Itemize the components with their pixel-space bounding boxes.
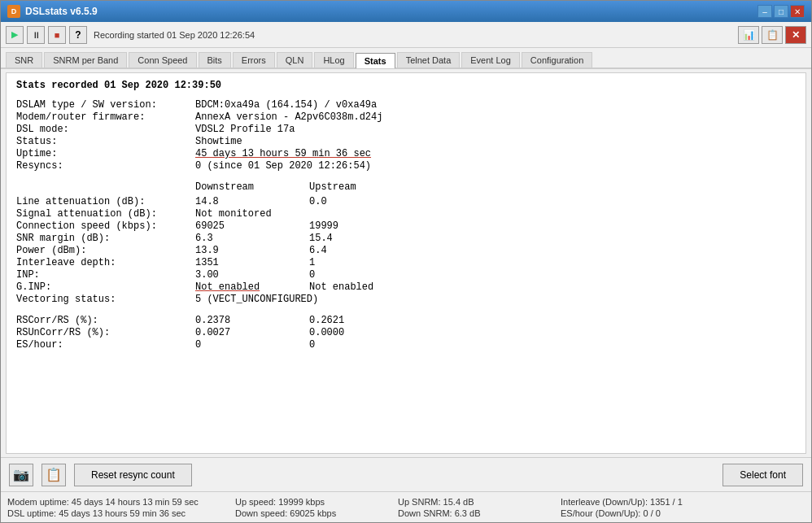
recording-text: Recording started 01 Sep 2020 12:26:54	[94, 30, 255, 40]
col-upstream-header: Upstream	[309, 181, 407, 193]
tab-errors[interactable]: Errors	[233, 52, 275, 68]
vectoring-row: Vectoring status: 5 (VECT_UNCONFIGURED)	[16, 294, 796, 305]
line-atten-label: Line attenuation (dB):	[16, 196, 195, 207]
pause-button[interactable]: ⏸	[27, 26, 45, 44]
main-content: Stats recorded 01 Sep 2020 12:39:50 DSLA…	[1, 69, 811, 491]
snr-margin-us: 15.4	[309, 233, 407, 244]
uptime-label: Uptime:	[16, 148, 195, 159]
conn-speed-label: Connection speed (kbps):	[16, 220, 195, 232]
help-button[interactable]: ?	[69, 26, 87, 44]
spacer	[16, 306, 796, 314]
resyncs-label: Resyncs:	[16, 160, 195, 172]
sig-atten-ds: Not monitored	[195, 208, 309, 220]
power-us: 6.4	[309, 245, 407, 256]
status-row: Status: Showtime	[16, 136, 796, 147]
sig-atten-label: Signal attenuation (dB):	[16, 208, 195, 220]
dslam-value: BDCM:0xa49a (164.154) / v0xa49a	[195, 99, 377, 111]
tab-conn-speed[interactable]: Conn Speed	[129, 52, 196, 68]
dslam-label: DSLAM type / SW version:	[16, 99, 195, 111]
title-bar: D DSLstats v6.5.9 – □ ✕	[1, 1, 811, 22]
snr-margin-label: SNR margin (dB):	[16, 233, 195, 244]
reset-resync-button[interactable]: Reset resync count	[74, 464, 192, 486]
inp-us: 0	[309, 269, 407, 281]
es-hour-label: ES/hour:	[16, 339, 195, 351]
rscorr-us: 0.2621	[309, 315, 407, 326]
col-downstream-header: Downstream	[195, 181, 309, 193]
interleave-text: Interleave (Down/Up): 1351 / 1	[561, 497, 683, 507]
ginp-row: G.INP: Not enabled Not enabled	[16, 281, 796, 293]
toolbar: ▶ ⏸ ■ ? Recording started 01 Sep 2020 12…	[1, 22, 811, 48]
dsl-uptime-text: DSL uptime: 45 days 13 hours 59 min 36 s…	[7, 508, 235, 518]
inp-label: INP:	[16, 269, 195, 281]
tab-event-log[interactable]: Event Log	[461, 52, 520, 68]
tab-stats[interactable]: Stats	[356, 53, 395, 68]
snr-margin-ds: 6.3	[195, 233, 309, 244]
snr-margin-row: SNR margin (dB): 6.3 15.4	[16, 233, 796, 244]
chart-button[interactable]: 📊	[738, 26, 759, 44]
rscorr-ds: 0.2378	[195, 315, 309, 326]
inp-row: INP: 3.00 0	[16, 269, 796, 281]
camera-button[interactable]: 📷	[9, 464, 33, 486]
column-headers: Downstream Upstream	[16, 181, 796, 193]
power-row: Power (dBm): 13.9 6.4	[16, 245, 796, 256]
stats-header: Stats recorded 01 Sep 2020 12:39:50	[16, 80, 796, 91]
close-button[interactable]: ✕	[790, 5, 805, 18]
status-mid2: Up SNRM: 15.4 dB Down SNRM: 6.3 dB	[398, 497, 561, 518]
status-right: Interleave (Down/Up): 1351 / 1 ES/hour (…	[561, 497, 683, 518]
es-hour-ds: 0	[195, 339, 309, 351]
stats-area[interactable]: Stats recorded 01 Sep 2020 12:39:50 DSLA…	[6, 72, 806, 454]
conn-speed-us: 19999	[309, 220, 407, 232]
es-hour-us: 0	[309, 339, 407, 351]
dsl-mode-label: DSL mode:	[16, 124, 195, 135]
ginp-ds: Not enabled	[195, 281, 309, 293]
copy-button[interactable]: 📋	[762, 26, 783, 44]
app-icon: D	[7, 5, 20, 18]
tab-telnet-data[interactable]: Telnet Data	[397, 52, 461, 68]
exit-button[interactable]: ✕	[785, 26, 806, 44]
tab-hlog[interactable]: HLog	[314, 52, 353, 68]
rsuncorr-row: RSUnCorr/RS (%): 0.0027 0.0000	[16, 327, 796, 338]
power-label: Power (dBm):	[16, 245, 195, 256]
dslam-row: DSLAM type / SW version: BDCM:0xa49a (16…	[16, 99, 796, 111]
es-hour-row: ES/hour: 0 0	[16, 339, 796, 351]
ginp-us: Not enabled	[309, 281, 407, 293]
rscorr-label: RSCorr/RS (%):	[16, 315, 195, 326]
up-snrm-text: Up SNRM: 15.4 dB	[398, 497, 561, 507]
maximize-button[interactable]: □	[774, 5, 788, 18]
tab-snr[interactable]: SNR	[6, 52, 42, 68]
select-font-button[interactable]: Select font	[723, 464, 803, 486]
bottom-toolbar: 📷 📋 Reset resync count Select font	[1, 457, 811, 491]
resyncs-value: 0 (since 01 Sep 2020 12:26:54)	[195, 160, 371, 172]
interleave-label: Interleave depth:	[16, 257, 195, 268]
firmware-label: Modem/router firmware:	[16, 111, 195, 123]
up-speed-text: Up speed: 19999 kbps	[235, 497, 398, 507]
uptime-row: Uptime: 45 days 13 hours 59 min 36 sec	[16, 148, 796, 159]
rsuncorr-label: RSUnCorr/RS (%):	[16, 327, 195, 338]
window-title: DSLstats v6.5.9	[25, 6, 98, 17]
window-controls: – □ ✕	[757, 5, 805, 18]
line-atten-ds: 14.8	[195, 196, 309, 207]
title-bar-left: D DSLstats v6.5.9	[7, 5, 98, 18]
down-speed-text: Down speed: 69025 kbps	[235, 508, 398, 518]
power-ds: 13.9	[195, 245, 309, 256]
conn-speed-row: Connection speed (kbps): 69025 19999	[16, 220, 796, 232]
dsl-mode-row: DSL mode: VDSL2 Profile 17a	[16, 124, 796, 135]
dsl-mode-value: VDSL2 Profile 17a	[195, 124, 295, 135]
clipboard-button[interactable]: 📋	[41, 464, 66, 486]
main-window: D DSLstats v6.5.9 – □ ✕ ▶ ⏸ ■ ? Recordin…	[0, 0, 812, 523]
tab-configuration[interactable]: Configuration	[522, 52, 592, 68]
tab-qln[interactable]: QLN	[277, 52, 313, 68]
tab-snrm-per-band[interactable]: SNRM per Band	[44, 52, 127, 68]
uptime-value: 45 days 13 hours 59 min 36 sec	[195, 148, 371, 159]
es-hour-status-text: ES/hour (Down/Up): 0 / 0	[561, 508, 683, 518]
line-atten-us: 0.0	[309, 196, 407, 207]
inp-ds: 3.00	[195, 269, 309, 281]
interleave-ds: 1351	[195, 257, 309, 268]
minimize-button[interactable]: –	[757, 5, 772, 18]
stop-button[interactable]: ■	[48, 26, 66, 44]
play-button[interactable]: ▶	[6, 26, 24, 44]
tab-bits[interactable]: Bits	[199, 52, 231, 68]
status-label: Status:	[16, 136, 195, 147]
tabs-bar: SNR SNRM per Band Conn Speed Bits Errors…	[1, 48, 811, 69]
status-value: Showtime	[195, 136, 242, 147]
